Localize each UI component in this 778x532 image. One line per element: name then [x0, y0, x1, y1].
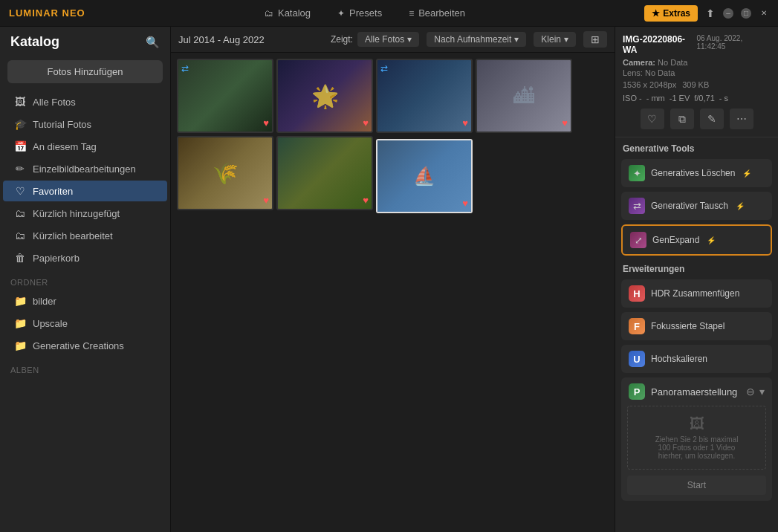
panorama-label: Panoramaerstellung: [651, 386, 737, 398]
tab-katalog[interactable]: 🗂 Katalog: [253, 4, 322, 22]
toolbar: Jul 2014 - Aug 2022 Zeigt: Alle Fotos ▾ …: [171, 27, 615, 53]
sidebar-item-favoriten[interactable]: ♡ Favoriten: [3, 181, 167, 201]
sidebar-item-papierkorb[interactable]: 🗑 Papierkorb: [3, 247, 167, 268]
size-dropdown[interactable]: Klein ▾: [534, 32, 576, 47]
extras-label: Extras: [663, 8, 690, 19]
photo-thumb[interactable]: 🌾 ♥: [177, 136, 273, 210]
loeschen-icon: ✦: [629, 165, 645, 181]
filter-dropdown[interactable]: Alle Fotos ▾: [357, 32, 419, 47]
titlebar: LUMINAR NEO 🗂 Katalog ✦ Presets ≡ Bearbe…: [0, 0, 778, 27]
sidebar-item-bilder[interactable]: 📁 bilder: [3, 291, 167, 311]
presets-icon: ✦: [337, 8, 345, 19]
more-action-button[interactable]: ⋯: [730, 108, 753, 129]
trash-icon: 🗑: [13, 252, 27, 264]
sidebar-item-an-diesem-tag[interactable]: 📅 An diesem Tag: [3, 136, 167, 157]
edit-icon: ✏: [13, 163, 27, 175]
fokus-label: Fokussierte Stapel: [651, 321, 724, 331]
logo-accent: NEO: [62, 7, 85, 19]
size-label: Klein: [541, 34, 561, 45]
folder-bilder-icon: 📁: [13, 295, 27, 307]
fokus-button[interactable]: F Fokussierte Stapel: [621, 312, 772, 340]
sidebar-item-favoriten-label: Favoriten: [33, 186, 73, 197]
hdr-button[interactable]: H HDR Zusammenfügen: [621, 279, 772, 308]
hochskalieren-button[interactable]: U Hochskalieren: [621, 345, 772, 373]
photo-camera-row: Camera: No Data: [623, 58, 771, 67]
photo-preview: 🏙: [477, 60, 571, 132]
panorama-drop-zone[interactable]: 🖼 Ziehen Sie 2 bis maximal 100 Fotos ode…: [627, 406, 766, 470]
view-toggle[interactable]: ⊞: [583, 31, 607, 48]
sidebar-item-alle-fotos[interactable]: 🖼 Alle Fotos: [3, 91, 167, 112]
sidebar-item-alle-fotos-label: Alle Fotos: [33, 97, 76, 108]
generatives-loeschen-button[interactable]: ✦ Generatives Löschen ⚡: [621, 159, 772, 187]
sidebar-item-an-diesem-tag-label: An diesem Tag: [33, 141, 97, 152]
sidebar-item-bilder-label: bilder: [33, 296, 56, 307]
tab-presets-label: Presets: [349, 7, 382, 19]
photo-thumb[interactable]: 🏙 ♥: [476, 59, 572, 133]
main-content: Jul 2014 - Aug 2022 Zeigt: Alle Fotos ▾ …: [171, 27, 615, 532]
favorite-icon[interactable]: ♥: [562, 117, 568, 129]
loeschen-label: Generatives Löschen: [651, 168, 735, 178]
camera-value: No Data: [658, 58, 687, 67]
favorite-icon[interactable]: ♥: [263, 117, 269, 129]
alle-fotos-icon: 🖼: [13, 96, 27, 108]
photo-preview: [278, 137, 372, 209]
panorama-icon: P: [629, 383, 645, 400]
genexpand-button[interactable]: ⤢ GenExpand ⚡: [621, 224, 772, 256]
photo-thumb-selected[interactable]: ⛵ ♥: [376, 139, 473, 213]
maximize-button[interactable]: □: [741, 8, 751, 19]
favorite-icon[interactable]: ♥: [263, 195, 269, 206]
calendar-icon: 📅: [13, 140, 27, 152]
app-logo: LUMINAR NEO: [9, 7, 85, 19]
share-button[interactable]: ⬆: [705, 8, 716, 19]
favorite-icon-selected[interactable]: ♥: [462, 198, 468, 209]
sidebar-item-papierkorb-label: Papierkorb: [33, 253, 80, 264]
photo-thumb[interactable]: ♥: [276, 136, 373, 210]
tab-bearbeiten[interactable]: ≡ Bearbeiten: [397, 4, 477, 22]
hochskalieren-label: Hochskalieren: [651, 354, 707, 364]
sidebar-item-tutorial[interactable]: 🎓 Tutorial Fotos: [3, 114, 167, 134]
photo-grid: ⇄ ♥ 🌟 ♥ ⇄ ♥ 🏙 ♥ 🌾: [171, 53, 615, 532]
photo-date: 06 Aug. 2022, 11:42:45: [696, 34, 771, 51]
filter-value: Alle Fotos: [365, 34, 404, 45]
photo-thumb[interactable]: ⇄ ♥: [177, 59, 273, 133]
generativer-tausch-button[interactable]: ⇄ Generativer Tausch ⚡: [621, 192, 772, 220]
tutorial-icon: 🎓: [13, 118, 27, 130]
photo-preview: 🌟: [278, 60, 372, 132]
panorama-start-button[interactable]: Start: [627, 476, 766, 495]
hdr-label: HDR Zusammenfügen: [651, 288, 739, 299]
sync-icon: ⇄: [181, 63, 189, 74]
favorite-icon[interactable]: ♥: [363, 195, 369, 206]
panorama-expand-icon[interactable]: ▾: [759, 386, 765, 398]
folder-upscale-icon: 📁: [13, 317, 27, 329]
extras-button[interactable]: ★ Extras: [644, 5, 698, 22]
photo-thumb[interactable]: ⇄ ♥: [376, 59, 473, 133]
hoch-icon: U: [629, 351, 645, 367]
favorite-icon[interactable]: ♥: [462, 117, 468, 129]
photo-thumb[interactable]: 🌟 ♥: [276, 59, 373, 133]
close-button[interactable]: ✕: [759, 8, 769, 19]
tausch-label: Generativer Tausch: [651, 201, 728, 211]
sync-icon: ⇄: [380, 63, 388, 74]
minimize-button[interactable]: –: [723, 8, 733, 19]
add-photos-button[interactable]: Fotos Hinzufügen: [7, 60, 163, 83]
sidebar-item-generative[interactable]: 📁 Generative Creations: [3, 335, 167, 356]
titlebar-right: ★ Extras ⬆ – □ ✕: [644, 5, 769, 22]
edit-action-button[interactable]: ✎: [700, 108, 724, 129]
sidebar-item-einzelbild[interactable]: ✏ Einzelbildbearbeitungen: [3, 158, 167, 179]
sidebar-item-kuerzelich[interactable]: 🗂 Kürzlich hinzugefügt: [3, 203, 167, 224]
sidebar-item-bearbeitet[interactable]: 🗂 Kürzlich bearbeitet: [3, 225, 167, 246]
panorama-header[interactable]: P Panoramaerstellung ⊖ ▾: [621, 377, 772, 406]
photo-actions: ♡ ⧉ ✎ ⋯: [623, 108, 771, 129]
favorite-icon[interactable]: ♥: [363, 117, 369, 129]
exif-iso: ISO -: [623, 94, 642, 103]
tab-presets[interactable]: ✦ Presets: [325, 4, 394, 22]
sort-dropdown[interactable]: Nach Aufnahmezeit ▾: [427, 32, 526, 47]
panorama-options-icon[interactable]: ⊖: [746, 386, 755, 398]
sidebar-item-upscale[interactable]: 📁 Upscale: [3, 313, 167, 334]
lens-value: No Data: [645, 68, 675, 77]
exif-ev: -1 EV: [670, 94, 690, 103]
heart-action-button[interactable]: ♡: [641, 108, 664, 129]
filter-label: Zeigt:: [331, 34, 353, 45]
search-icon[interactable]: 🔍: [146, 36, 160, 49]
copy-action-button[interactable]: ⧉: [670, 108, 694, 129]
